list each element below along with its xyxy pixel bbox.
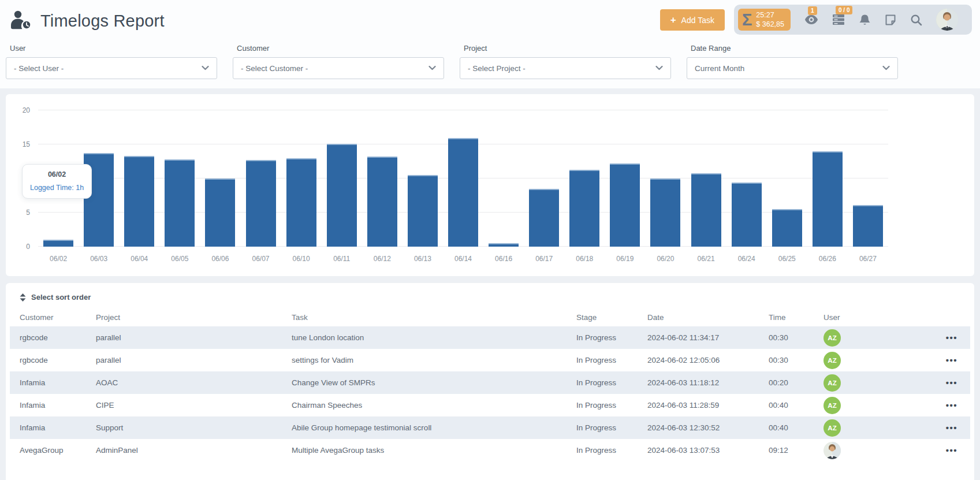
bar-06/02[interactable] — [43, 240, 73, 247]
bar-06/07[interactable] — [246, 160, 276, 247]
cell-date: 2024-06-03 11:28:59 — [643, 401, 764, 410]
row-menu-button[interactable]: ••• — [946, 378, 957, 388]
timelogs-table-card: Select sort order CustomerProjectTaskSta… — [6, 283, 974, 480]
bar-06/12[interactable] — [367, 157, 397, 247]
bar-06/24[interactable] — [732, 183, 762, 247]
search-button[interactable] — [910, 14, 922, 26]
bar-06/18[interactable] — [569, 170, 599, 247]
x-axis-tick-label: 06/06 — [200, 255, 240, 263]
sort-order-control[interactable]: Select sort order — [10, 285, 91, 308]
bar-06/14[interactable] — [448, 138, 478, 247]
title-wrap: Timelogs Report — [9, 5, 165, 32]
x-axis-tick-label: 06/25 — [767, 255, 807, 263]
filter-daterange-label: Date Range — [691, 44, 898, 53]
cell-date: 2024-06-03 11:18:12 — [643, 378, 764, 387]
row-user-avatar[interactable]: AZ — [824, 329, 841, 347]
bar-06/26[interactable] — [813, 151, 843, 247]
queue-button[interactable]: 0 / 0 — [832, 14, 845, 25]
y-axis-tick-label: 20 — [23, 106, 30, 114]
column-header-date: Date — [643, 313, 764, 322]
bar-column-06/21 — [686, 110, 726, 247]
timer-time: 25:27 — [756, 10, 784, 20]
x-axis-tick-label: 06/24 — [726, 255, 767, 263]
table-row[interactable]: AvegaGroup AdminPanel Multiple AvegaGrou… — [10, 439, 970, 462]
bar-06/11[interactable] — [327, 144, 357, 247]
timer-summary-button[interactable]: Σ 25:27 $ 362,85 — [738, 9, 791, 31]
cell-time: 09:12 — [764, 446, 819, 455]
project-select-value: - Select Project - — [468, 64, 526, 73]
x-axis-tick-label: 06/13 — [403, 255, 443, 263]
cell-date: 2024-06-03 12:30:52 — [643, 423, 764, 432]
bar-column-06/05 — [159, 110, 200, 247]
bar-column-06/25 — [767, 110, 807, 247]
add-task-button[interactable]: + Add Task — [660, 9, 725, 31]
column-header-stage: Stage — [572, 313, 643, 322]
bar-column-06/14 — [443, 110, 483, 247]
x-axis-tick-label: 06/10 — [281, 255, 322, 263]
bar-06/20[interactable] — [650, 178, 680, 247]
row-menu-button[interactable]: ••• — [946, 356, 957, 365]
bar-06/27[interactable] — [853, 205, 883, 247]
y-axis-tick-label: 0 — [26, 243, 30, 251]
watch-button[interactable]: 1 — [804, 14, 818, 25]
column-header-time: Time — [764, 313, 819, 322]
bar-06/17[interactable] — [529, 189, 559, 247]
cell-time: 00:40 — [764, 401, 819, 410]
row-user-avatar[interactable]: AZ — [824, 374, 841, 392]
cell-project: Support — [91, 423, 287, 432]
cell-time: 00:30 — [764, 333, 819, 342]
toolbar-pill: Σ 25:27 $ 362,85 1 0 / 0 — [734, 5, 972, 35]
bar-06/19[interactable] — [610, 163, 640, 247]
bar-06/10[interactable] — [286, 158, 316, 247]
cell-customer: Infamia — [10, 423, 91, 432]
row-menu-button[interactable]: ••• — [946, 333, 957, 343]
bar-column-06/19 — [605, 110, 645, 247]
user-avatar[interactable] — [936, 9, 958, 31]
bar-06/16[interactable] — [489, 243, 519, 247]
row-menu-button[interactable]: ••• — [946, 401, 957, 410]
cell-date: 2024-06-03 13:07:53 — [643, 446, 764, 455]
bar-06/25[interactable] — [772, 209, 802, 247]
bar-06/04[interactable] — [124, 156, 154, 247]
row-user-avatar[interactable]: AZ — [824, 397, 841, 414]
row-user-avatar[interactable]: AZ — [824, 352, 841, 369]
table-row[interactable]: rgbcode parallel settings for Vadim In P… — [10, 349, 970, 371]
table-header-row: CustomerProjectTaskStageDateTimeUser — [10, 308, 970, 326]
cell-user: AZ — [819, 397, 900, 414]
bar-06/21[interactable] — [691, 173, 721, 247]
bar-column-06/26 — [807, 110, 848, 247]
cell-actions: ••• — [900, 356, 970, 365]
cell-customer: AvegaGroup — [10, 446, 91, 455]
chevron-down-icon — [882, 66, 890, 70]
notes-button[interactable] — [885, 14, 896, 26]
bar-column-06/24 — [726, 110, 767, 247]
bar-06/05[interactable] — [165, 159, 195, 247]
bar-06/06[interactable] — [205, 178, 235, 247]
project-select[interactable]: - Select Project - — [460, 57, 671, 79]
filter-customer-label: Customer — [237, 44, 444, 53]
row-user-avatar[interactable]: AZ — [824, 419, 841, 437]
bar-column-06/20 — [645, 110, 685, 247]
row-menu-button[interactable]: ••• — [946, 446, 957, 455]
bar-column-06/17 — [524, 110, 564, 247]
cell-stage: In Progress — [572, 356, 643, 364]
table-row[interactable]: rgbcode parallel tune London location In… — [10, 326, 970, 349]
bar-series — [38, 110, 888, 247]
row-menu-button[interactable]: ••• — [946, 423, 957, 433]
x-axis-tick-label: 06/02 — [38, 255, 79, 263]
customer-select[interactable]: - Select Customer - — [233, 57, 444, 79]
bar-06/13[interactable] — [408, 175, 438, 247]
table-row[interactable]: Infamia CIPE Chairman Speeches In Progre… — [10, 394, 970, 416]
y-axis-tick-label: 15 — [23, 140, 30, 148]
table-row[interactable]: Infamia AOAC Change View of SMPRs In Pro… — [10, 371, 970, 394]
row-user-avatar[interactable] — [824, 442, 841, 459]
daterange-select[interactable]: Current Month — [687, 57, 898, 79]
cell-user: AZ — [819, 374, 900, 392]
cell-user: AZ — [819, 329, 900, 347]
user-select-value: - Select User - — [14, 64, 64, 73]
cell-task: Change View of SMPRs — [287, 378, 572, 387]
table-row[interactable]: Infamia Support Abile Group homepage tes… — [10, 416, 970, 439]
user-select[interactable]: - Select User - — [6, 57, 217, 79]
cell-time: 00:40 — [764, 423, 819, 432]
notifications-button[interactable] — [859, 14, 871, 26]
